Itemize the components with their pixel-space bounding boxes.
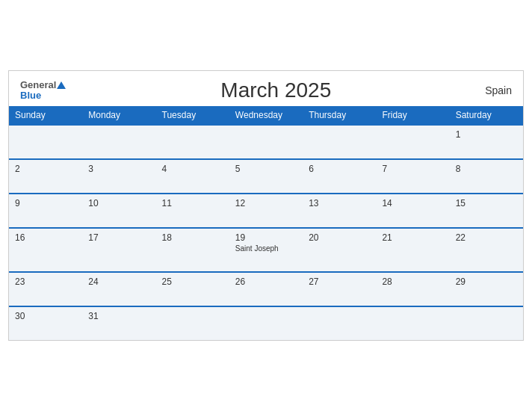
day-number: 6 [309,164,370,174]
day-number: 29 [456,276,517,287]
week-row-0: 1 [9,125,523,159]
day-cell: 17 [82,228,155,272]
day-number: 23 [15,276,76,287]
day-number: 8 [456,164,517,174]
day-cell: 11 [156,194,229,228]
day-number: 3 [88,164,149,174]
day-cell: 20 [303,228,376,272]
calendar-grid: SundayMondayTuesdayWednesdayThursdayFrid… [9,106,523,340]
day-cell [303,306,376,340]
day-number: 28 [382,276,443,287]
weekday-header-tuesday: Tuesday [156,106,229,125]
week-row-2: 9101112131415 [9,194,523,228]
country-label: Spain [485,84,512,96]
day-number: 24 [88,276,149,287]
day-number: 11 [162,198,223,208]
day-cell: 27 [303,272,376,306]
week-row-3: 16171819Saint Joseph202122 [9,228,523,272]
day-cell [376,125,449,159]
event-label: Saint Joseph [235,244,297,253]
day-cell [229,125,303,159]
day-cell: 1 [450,125,523,159]
day-cell: 30 [9,306,82,340]
day-number: 15 [456,198,517,208]
day-number: 30 [15,311,76,321]
weekday-header-wednesday: Wednesday [229,106,303,125]
day-cell: 14 [376,194,449,228]
day-cell [450,306,523,340]
day-cell: 21 [376,228,449,272]
day-number: 27 [309,276,370,287]
weekday-header-monday: Monday [82,106,155,125]
week-row-1: 2345678 [9,159,523,194]
day-number: 31 [88,311,149,321]
day-number: 4 [162,164,223,174]
day-number: 14 [382,198,443,208]
logo-general-text: General [20,80,56,90]
day-number: 16 [15,232,76,243]
day-cell: 5 [229,159,303,194]
day-cell: 9 [9,194,82,228]
day-cell: 3 [82,159,155,194]
day-cell: 8 [450,159,523,194]
day-cell [82,125,155,159]
week-row-5: 3031 [9,306,523,340]
day-number: 1 [456,129,517,140]
day-cell [156,125,229,159]
day-number: 25 [162,276,223,287]
calendar-title: March 2025 [66,78,485,102]
day-cell [376,306,449,340]
day-number: 10 [88,198,149,208]
day-cell: 25 [156,272,229,306]
day-cell: 29 [450,272,523,306]
day-cell: 19Saint Joseph [229,228,303,272]
day-cell: 12 [229,194,303,228]
day-number: 9 [15,198,76,208]
day-cell: 24 [82,272,155,306]
logo: General Blue [20,80,66,102]
logo-triangle-icon [57,81,66,89]
day-cell: 15 [450,194,523,228]
day-number: 7 [382,164,443,174]
day-number: 21 [382,232,443,243]
day-cell: 6 [303,159,376,194]
day-cell: 13 [303,194,376,228]
day-cell: 10 [82,194,155,228]
day-cell: 22 [450,228,523,272]
day-cell: 18 [156,228,229,272]
day-number: 19 [235,232,297,243]
day-cell: 4 [156,159,229,194]
day-cell [229,306,303,340]
day-cell [303,125,376,159]
day-number: 17 [88,232,149,243]
calendar-container: General Blue March 2025 Spain SundayMond… [8,70,524,341]
day-number: 13 [309,198,370,208]
day-cell [9,125,82,159]
day-cell [156,306,229,340]
calendar-header: General Blue March 2025 Spain [9,71,523,106]
day-cell: 23 [9,272,82,306]
day-cell: 31 [82,306,155,340]
day-cell: 16 [9,228,82,272]
weekday-header-friday: Friday [376,106,449,125]
day-number: 12 [235,198,297,208]
day-cell: 26 [229,272,303,306]
logo-blue-text: Blue [20,90,41,101]
day-cell: 7 [376,159,449,194]
day-number: 18 [162,232,223,243]
day-number: 5 [235,164,297,174]
weekday-header-sunday: Sunday [9,106,82,125]
weekday-header-thursday: Thursday [303,106,376,125]
weekday-header-row: SundayMondayTuesdayWednesdayThursdayFrid… [9,106,523,125]
week-row-4: 23242526272829 [9,272,523,306]
day-cell: 2 [9,159,82,194]
day-number: 26 [235,276,297,287]
day-number: 2 [15,164,76,174]
day-number: 22 [456,232,517,243]
day-number: 20 [309,232,370,243]
weekday-header-saturday: Saturday [450,106,523,125]
day-cell: 28 [376,272,449,306]
